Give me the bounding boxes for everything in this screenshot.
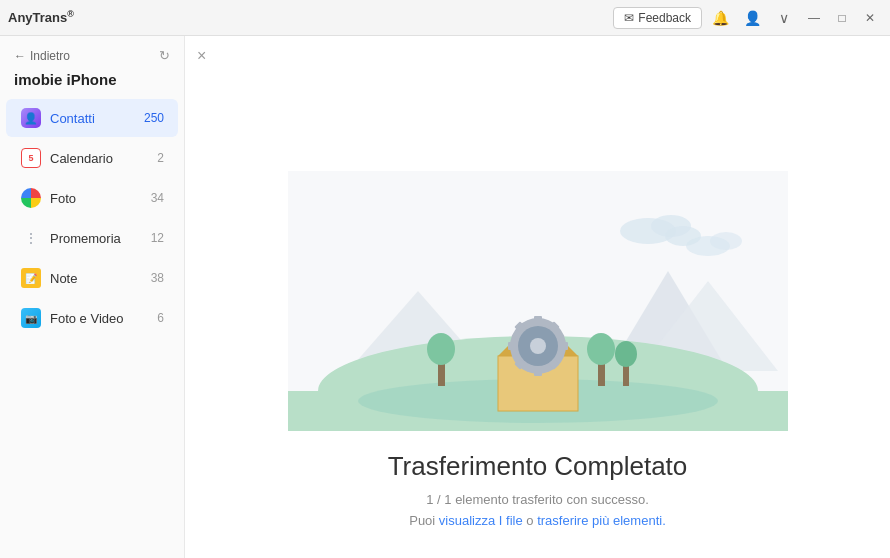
app-title: AnyTrans® bbox=[8, 9, 74, 25]
chevron-down-icon: ∨ bbox=[779, 10, 789, 26]
maximize-button[interactable]: □ bbox=[830, 6, 854, 30]
fotovideo-icon: 📷 bbox=[20, 307, 42, 329]
main-layout: ← Indietro ↻ imobie iPhone 👤 Contatti 25… bbox=[0, 36, 890, 558]
sidebar-item-count: 34 bbox=[151, 191, 164, 205]
calendario-icon: 5 bbox=[20, 147, 42, 169]
sidebar-item-count: 2 bbox=[157, 151, 164, 165]
svg-rect-25 bbox=[534, 316, 542, 324]
promemoria-icon: ⋮ bbox=[20, 227, 42, 249]
view-files-link[interactable]: visualizza I file bbox=[439, 513, 523, 528]
back-button[interactable]: ← Indietro bbox=[14, 49, 70, 63]
foto-icon bbox=[20, 187, 42, 209]
title-bar-left: AnyTrans® bbox=[8, 9, 74, 25]
svg-point-13 bbox=[427, 333, 455, 365]
sidebar-item-foto[interactable]: Foto 34 bbox=[6, 179, 178, 217]
sidebar-item-count: 38 bbox=[151, 271, 164, 285]
title-bar: AnyTrans® ✉ Feedback 🔔 👤 ∨ — □ ✕ bbox=[0, 0, 890, 36]
sidebar-item-label: Contatti bbox=[50, 111, 144, 126]
chevron-button[interactable]: ∨ bbox=[770, 4, 798, 32]
transfer-result: Trasferimento Completato 1 / 1 elemento … bbox=[185, 431, 890, 558]
sidebar-item-count: 12 bbox=[151, 231, 164, 245]
svg-point-17 bbox=[615, 341, 637, 367]
note-icon: 📝 bbox=[20, 267, 42, 289]
mail-icon: ✉ bbox=[624, 11, 634, 25]
bell-button[interactable]: 🔔 bbox=[706, 4, 734, 32]
transfer-title: Trasferimento Completato bbox=[185, 451, 890, 482]
title-bar-right: ✉ Feedback 🔔 👤 ∨ — □ ✕ bbox=[613, 4, 882, 32]
device-name: imobie iPhone bbox=[0, 69, 184, 98]
minimize-icon: — bbox=[808, 11, 820, 25]
sidebar-header: ← Indietro ↻ bbox=[0, 36, 184, 69]
svg-rect-27 bbox=[508, 342, 516, 350]
sidebar-item-contatti[interactable]: 👤 Contatti 250 bbox=[6, 99, 178, 137]
svg-point-5 bbox=[710, 232, 742, 250]
sidebar-item-fotovideo[interactable]: 📷 Foto e Video 6 bbox=[6, 299, 178, 337]
sidebar-item-note[interactable]: 📝 Note 38 bbox=[6, 259, 178, 297]
bell-icon: 🔔 bbox=[712, 10, 729, 26]
sidebar-item-count: 6 bbox=[157, 311, 164, 325]
transfer-subtitle: 1 / 1 elemento trasferito con successo. bbox=[185, 492, 890, 507]
content-area: × bbox=[185, 36, 890, 558]
refresh-icon: ↻ bbox=[159, 48, 170, 63]
contatti-icon: 👤 bbox=[20, 107, 42, 129]
transfer-more-link[interactable]: trasferire più elementi. bbox=[537, 513, 666, 528]
refresh-button[interactable]: ↻ bbox=[159, 48, 170, 63]
close-dialog-button[interactable]: × bbox=[197, 48, 206, 64]
transfer-links: Puoi visualizza I file o trasferire più … bbox=[185, 513, 890, 528]
sidebar-item-label: Foto bbox=[50, 191, 151, 206]
illustration-area bbox=[185, 36, 890, 431]
maximize-icon: □ bbox=[838, 11, 845, 25]
svg-point-15 bbox=[587, 333, 615, 365]
sidebar-item-label: Foto e Video bbox=[50, 311, 157, 326]
scene-illustration bbox=[288, 171, 788, 431]
close-window-button[interactable]: ✕ bbox=[858, 6, 882, 30]
user-icon: 👤 bbox=[744, 10, 761, 26]
close-window-icon: ✕ bbox=[865, 11, 875, 25]
back-arrow-icon: ← bbox=[14, 49, 26, 63]
sidebar-item-count: 250 bbox=[144, 111, 164, 125]
minimize-button[interactable]: — bbox=[802, 6, 826, 30]
sidebar-item-label: Promemoria bbox=[50, 231, 151, 246]
svg-rect-28 bbox=[560, 342, 568, 350]
sidebar: ← Indietro ↻ imobie iPhone 👤 Contatti 25… bbox=[0, 36, 185, 558]
sidebar-item-promemoria[interactable]: ⋮ Promemoria 12 bbox=[6, 219, 178, 257]
sidebar-item-label: Calendario bbox=[50, 151, 157, 166]
sidebar-item-calendario[interactable]: 5 Calendario 2 bbox=[6, 139, 178, 177]
svg-rect-26 bbox=[534, 368, 542, 376]
feedback-button[interactable]: ✉ Feedback bbox=[613, 7, 702, 29]
user-button[interactable]: 👤 bbox=[738, 4, 766, 32]
svg-point-24 bbox=[530, 338, 546, 354]
sidebar-item-label: Note bbox=[50, 271, 151, 286]
